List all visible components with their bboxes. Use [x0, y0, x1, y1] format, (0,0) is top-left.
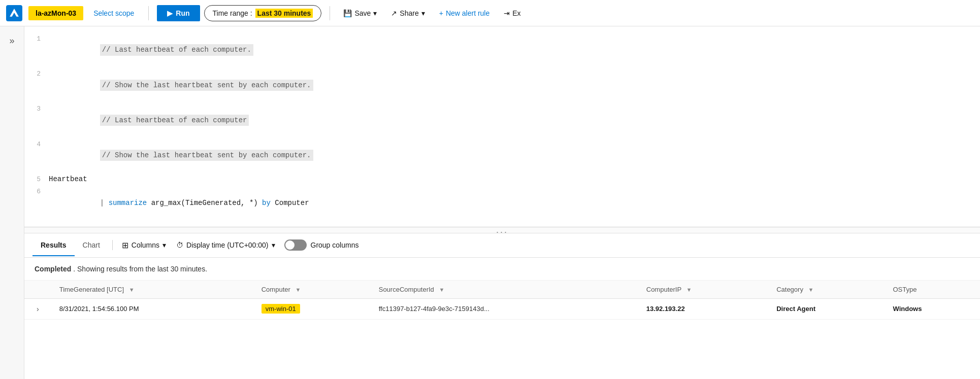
code-line-5: 5 Heartbeat	[24, 173, 980, 186]
cell-computer-ip: 13.92.193.22	[638, 298, 768, 319]
os-type-value: Windows	[893, 305, 922, 313]
source-computer-id-label: SourceComputerId	[379, 286, 434, 293]
category-value: Direct Agent	[776, 305, 815, 313]
completed-detail: . Showing results from the last 30 minut…	[73, 265, 207, 273]
code-line-4: 4 // Show the last heartbeat sent by eac…	[24, 138, 980, 173]
table-body: › 8/31/2021, 1:54:56.100 PM vm-win-01 ff…	[24, 298, 980, 319]
completed-message: Completed . Showing results from the las…	[24, 258, 980, 281]
computer-ip-label: ComputerIP	[646, 286, 681, 293]
run-label: Run	[176, 9, 189, 17]
code-line-1: 1 // Last heartbeat of each computer.	[24, 32, 980, 67]
tab-chart[interactable]: Chart	[75, 235, 108, 256]
toolbar: la-azMon-03 Select scope ▶ Run Time rang…	[0, 0, 980, 26]
columns-chevron-down-icon: ▾	[162, 241, 166, 249]
columns-label: Columns	[132, 241, 159, 249]
expand-action[interactable]: ⇥ Ex	[499, 6, 526, 20]
display-time-label: Display time (UTC+00:00)	[186, 241, 268, 249]
computer-label: Computer	[262, 286, 290, 293]
line-number-6: 6	[24, 187, 49, 197]
line-number-1: 1	[24, 34, 49, 45]
save-label: Save	[354, 9, 371, 17]
editor-area: 1 // Last heartbeat of each computer. 2 …	[24, 26, 980, 379]
header-computer-ip: ComputerIP ▼	[638, 281, 768, 299]
share-label: Share	[400, 9, 418, 17]
line-content-5: Heartbeat	[49, 174, 980, 185]
group-columns-toggle[interactable]	[284, 239, 307, 251]
results-table: TimeGenerated [UTC] ▼ Computer ▼ SourceC…	[24, 281, 980, 320]
main-layout: » 1 // Last heartbeat of each computer. …	[0, 26, 980, 379]
line-number-3: 3	[24, 104, 49, 115]
os-type-label: OSType	[893, 286, 917, 293]
filter-computer-icon[interactable]: ▼	[295, 287, 301, 293]
header-os-type: OSType	[885, 281, 981, 299]
expand-label: Ex	[512, 9, 520, 17]
cell-category: Direct Agent	[768, 298, 885, 319]
line-number-5: 5	[24, 175, 49, 185]
category-label: Category	[776, 286, 803, 293]
new-alert-label: New alert rule	[446, 9, 489, 17]
source-computer-id-value: ffc11397-b127-4fa9-9e3c-7159143d...	[379, 305, 489, 313]
header-time-generated: TimeGenerated [UTC] ▼	[51, 281, 253, 299]
line-content-1: // Last heartbeat of each computer.	[49, 33, 980, 67]
double-chevron-icon: »	[9, 36, 14, 46]
line-content-3: // Last heartbeat of each computer	[49, 103, 980, 137]
save-icon: 💾	[343, 9, 352, 17]
header-expand-col	[24, 281, 51, 299]
cell-time-generated: 8/31/2021, 1:54:56.100 PM	[51, 298, 253, 319]
header-row: TimeGenerated [UTC] ▼ Computer ▼ SourceC…	[24, 281, 980, 299]
line-content-4: // Show the last heartbeat sent by each …	[49, 139, 980, 173]
columns-button[interactable]: ⊞ Columns ▾	[117, 237, 171, 253]
clock-icon: ⏱	[176, 241, 183, 249]
play-icon: ▶	[167, 9, 173, 17]
collapse-button[interactable]: »	[4, 32, 20, 49]
row-expand-button[interactable]: ›	[32, 299, 43, 319]
results-tabs-bar: Results Chart ⊞ Columns ▾ ⏱ Display time…	[24, 233, 980, 258]
code-lines: 1 // Last heartbeat of each computer. 2 …	[24, 32, 980, 221]
header-category: Category ▼	[768, 281, 885, 299]
filter-computer-ip-icon[interactable]: ▼	[687, 287, 692, 293]
cell-computer: vm-win-01	[253, 298, 371, 319]
results-area: Results Chart ⊞ Columns ▾ ⏱ Display time…	[24, 233, 980, 379]
resize-handle[interactable]: ...	[24, 227, 980, 233]
table-row: › 8/31/2021, 1:54:56.100 PM vm-win-01 ff…	[24, 298, 980, 319]
filter-time-icon[interactable]: ▼	[129, 287, 135, 293]
tab-divider	[112, 240, 113, 250]
share-action[interactable]: ↗ Share ▾	[386, 6, 430, 20]
filter-category-icon[interactable]: ▼	[808, 287, 814, 293]
azure-logo	[6, 5, 22, 21]
columns-grid-icon: ⊞	[122, 240, 128, 250]
share-icon: ↗	[391, 9, 397, 17]
display-time-button[interactable]: ⏱ Display time (UTC+00:00) ▾	[171, 238, 280, 252]
new-alert-action[interactable]: + New alert rule	[434, 6, 495, 20]
group-columns-control: Group columns	[284, 239, 359, 251]
code-editor[interactable]: 1 // Last heartbeat of each computer. 2 …	[24, 26, 980, 227]
select-scope-link[interactable]: Select scope	[87, 6, 140, 20]
toolbar-divider-1	[148, 6, 149, 20]
tab-results[interactable]: Results	[32, 235, 75, 256]
time-range-prefix-label: Time range :	[213, 9, 252, 17]
code-line-6: 6 | summarize arg_max(TimeGenerated, *) …	[24, 185, 980, 220]
header-computer: Computer ▼	[253, 281, 371, 299]
computer-value: vm-win-01	[262, 304, 300, 314]
code-line-3: 3 // Last heartbeat of each computer	[24, 102, 980, 137]
code-line-2: 2 // Show the last heartbeat sent by eac…	[24, 67, 980, 102]
cell-source-computer-id: ffc11397-b127-4fa9-9e3c-7159143d...	[371, 298, 638, 319]
plus-icon: +	[439, 9, 443, 17]
time-generated-label: TimeGenerated [UTC]	[59, 286, 124, 293]
toggle-knob	[285, 240, 295, 250]
scope-tab[interactable]: la-azMon-03	[28, 6, 83, 20]
display-time-chevron-down-icon: ▾	[272, 241, 275, 249]
save-action[interactable]: 💾 Save ▾	[338, 6, 382, 20]
run-button[interactable]: ▶ Run	[157, 5, 200, 21]
time-range-selector[interactable]: Time range : Last 30 minutes	[204, 5, 322, 21]
cell-os-type: Windows	[885, 298, 981, 319]
line-number-4: 4	[24, 140, 49, 150]
row-expand-cell: ›	[24, 298, 51, 319]
computer-ip-value: 13.92.193.22	[646, 305, 685, 313]
toolbar-divider-2	[330, 6, 330, 20]
time-range-value: Last 30 minutes	[255, 9, 313, 18]
line-content-2: // Show the last heartbeat sent by each …	[49, 68, 980, 102]
sidebar-collapse: »	[0, 26, 24, 379]
filter-source-computer-id-icon[interactable]: ▼	[439, 287, 444, 293]
line-number-2: 2	[24, 69, 49, 80]
